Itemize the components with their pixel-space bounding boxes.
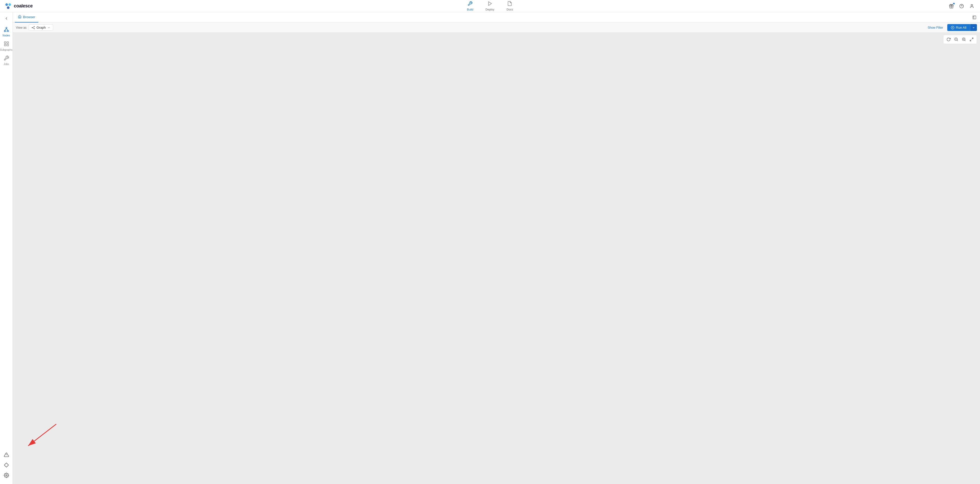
svg-marker-3 — [488, 2, 492, 6]
user-icon — [969, 4, 974, 8]
run-all-chevron-icon — [972, 26, 975, 29]
help-button[interactable] — [958, 2, 966, 10]
subgraphs-label: Subgraphs — [0, 48, 12, 51]
top-nav-center: Build Deploy Docs — [465, 0, 515, 12]
sidebar-item-jobs[interactable]: Jobs — [0, 53, 13, 68]
svg-line-28 — [32, 27, 34, 27]
svg-line-12 — [5, 29, 6, 30]
arrow-annotation — [21, 422, 61, 453]
sidebar-item-nodes[interactable]: Nodes — [0, 25, 13, 39]
graph-dropdown-icon — [32, 26, 35, 29]
refresh-button[interactable] — [945, 36, 952, 43]
svg-point-25 — [32, 27, 32, 28]
svg-rect-16 — [6, 42, 8, 43]
docs-icon — [507, 1, 512, 8]
svg-point-9 — [6, 27, 7, 29]
sidebar-bottom — [2, 450, 11, 482]
zoom-in-icon — [962, 37, 966, 42]
left-sidebar: Nodes Subgraphs Jobs — [0, 12, 13, 484]
view-dropdown-label: Graph — [37, 26, 46, 29]
svg-line-13 — [6, 29, 8, 30]
top-nav: coalesce Build Deploy — [0, 0, 980, 12]
back-button[interactable] — [2, 14, 11, 22]
svg-line-40 — [970, 40, 971, 41]
svg-rect-17 — [4, 44, 6, 46]
nav-item-build[interactable]: Build — [465, 0, 475, 12]
logo-text: coalesce — [14, 3, 33, 9]
top-nav-right — [947, 2, 976, 10]
svg-rect-23 — [973, 16, 976, 19]
svg-marker-31 — [952, 27, 953, 28]
svg-rect-18 — [6, 44, 8, 46]
zoom-in-button[interactable] — [960, 36, 967, 43]
settings-icon — [4, 473, 9, 478]
svg-line-29 — [32, 28, 34, 29]
fit-icon — [969, 37, 974, 42]
svg-point-27 — [34, 28, 35, 29]
warning-button[interactable] — [2, 450, 11, 459]
logo[interactable]: coalesce — [4, 2, 33, 10]
gift-icon — [949, 4, 954, 8]
run-all-container: Run All — [947, 24, 977, 31]
coalesce-logo-icon — [4, 2, 12, 10]
new-tab-icon — [972, 15, 977, 19]
subgraphs-icon — [3, 41, 9, 48]
nav-item-deploy-label: Deploy — [486, 8, 494, 11]
browser-tab-icon — [18, 15, 21, 19]
svg-point-26 — [34, 26, 35, 27]
back-icon — [4, 16, 8, 21]
show-filter-button[interactable]: Show Filter — [926, 25, 945, 30]
new-tab-button[interactable] — [971, 14, 978, 21]
tabs-bar: Browser — [13, 12, 980, 22]
nav-item-deploy[interactable]: Deploy — [484, 0, 496, 12]
run-all-label: Run All — [956, 26, 966, 29]
settings-button[interactable] — [2, 471, 11, 480]
jobs-label: Jobs — [3, 63, 9, 65]
browser-tab-label: Browser — [23, 15, 35, 19]
gift-button[interactable] — [947, 2, 955, 10]
sidebar-item-subgraphs[interactable]: Subgraphs — [0, 39, 13, 53]
canvas-toolbar — [943, 35, 977, 44]
svg-marker-21 — [4, 463, 8, 467]
main-container: Nodes Subgraphs Jobs — [0, 12, 980, 484]
svg-point-8 — [971, 4, 973, 6]
warning-icon — [4, 452, 9, 457]
svg-line-39 — [972, 38, 973, 39]
view-dropdown[interactable]: Graph — [29, 24, 53, 31]
refresh-icon — [947, 37, 951, 42]
build-icon — [468, 1, 473, 8]
diamond-button[interactable] — [2, 460, 11, 470]
tab-browser[interactable]: Browser — [15, 12, 38, 22]
svg-rect-15 — [4, 42, 6, 43]
run-all-button[interactable]: Run All — [947, 24, 970, 31]
svg-point-22 — [6, 475, 7, 476]
svg-point-1 — [8, 3, 11, 6]
nav-item-docs-label: Docs — [507, 8, 513, 11]
zoom-out-icon — [954, 37, 958, 42]
svg-point-2 — [7, 6, 10, 9]
deploy-icon — [487, 1, 493, 8]
toolbar-right: Show Filter Run All — [926, 24, 977, 31]
play-icon — [951, 26, 955, 29]
svg-line-33 — [957, 40, 958, 41]
diamond-icon — [4, 463, 9, 468]
zoom-out-button[interactable] — [953, 36, 960, 43]
nodes-icon — [3, 27, 9, 34]
nav-item-docs[interactable]: Docs — [504, 0, 515, 12]
content-area: Browser View as Gr — [13, 12, 980, 484]
view-as-label: View as — [16, 26, 27, 29]
svg-line-36 — [965, 40, 966, 41]
svg-point-0 — [5, 3, 8, 6]
canvas[interactable] — [13, 33, 980, 484]
user-button[interactable] — [968, 2, 976, 10]
help-icon — [959, 4, 964, 8]
run-all-dropdown-button[interactable] — [970, 24, 977, 31]
toolbar: View as Graph Show Filter — [13, 22, 980, 33]
jobs-icon — [3, 55, 9, 62]
chevron-down-icon — [47, 26, 50, 29]
nav-item-build-label: Build — [467, 8, 473, 11]
fit-button[interactable] — [968, 36, 975, 43]
gift-badge — [953, 3, 955, 5]
nodes-label: Nodes — [3, 34, 10, 37]
